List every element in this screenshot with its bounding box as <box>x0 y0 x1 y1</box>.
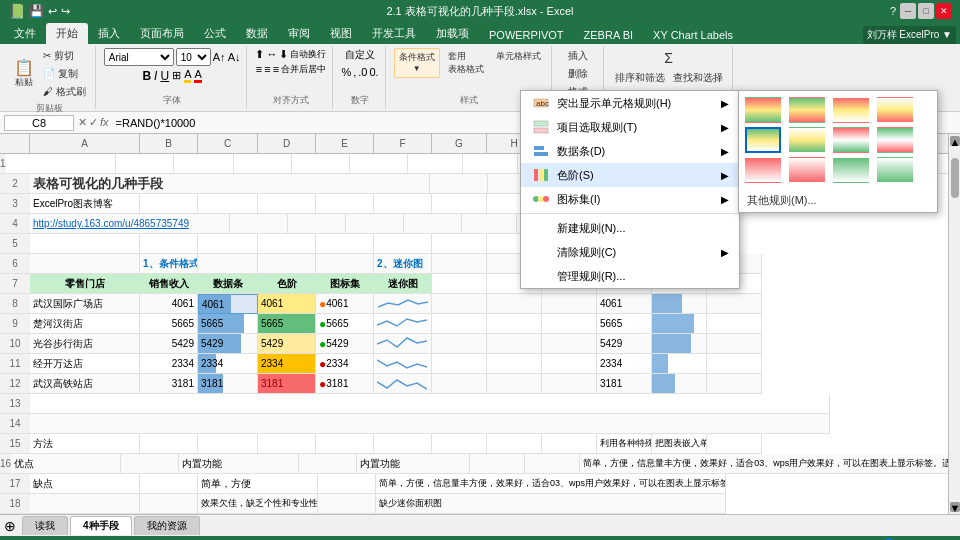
wrap-text-btn[interactable]: 自动换行 <box>290 48 326 61</box>
tab-developer[interactable]: 开发工具 <box>362 23 426 44</box>
cell-h15[interactable] <box>487 434 542 454</box>
cell-l15[interactable] <box>707 434 762 454</box>
color-scale-3[interactable] <box>833 97 869 123</box>
cell-g15[interactable] <box>432 434 487 454</box>
cell-i8[interactable] <box>542 294 597 314</box>
color-scale-6[interactable] <box>789 127 825 153</box>
cell-g1[interactable] <box>408 154 463 174</box>
cell-g11[interactable] <box>432 354 487 374</box>
cell-e1[interactable] <box>292 154 350 174</box>
cell-c16[interactable]: 内置功能 <box>179 454 299 474</box>
cell-a10[interactable]: 光谷步行街店 <box>30 334 140 354</box>
color-scale-12[interactable] <box>877 157 913 183</box>
cell-f1[interactable] <box>350 154 408 174</box>
cell-f8[interactable] <box>374 294 432 314</box>
cell-d4[interactable] <box>288 214 346 234</box>
cell-f12[interactable] <box>374 374 432 394</box>
col-B[interactable]: B <box>140 134 198 153</box>
col-F[interactable]: F <box>374 134 432 153</box>
minimize-btn[interactable]: ─ <box>900 3 916 19</box>
cell-j8[interactable]: 4061 <box>597 294 652 314</box>
cell-c7[interactable]: 数据条 <box>198 274 258 294</box>
cell-i15[interactable] <box>542 434 597 454</box>
cell-l8[interactable] <box>707 294 762 314</box>
col-E[interactable]: E <box>316 134 374 153</box>
tab-file[interactable]: 文件 <box>4 23 46 44</box>
cell-a13[interactable] <box>30 394 830 414</box>
copy-btn[interactable]: 📄 复制 <box>40 66 89 82</box>
tab-data[interactable]: 数据 <box>236 23 278 44</box>
cell-g4[interactable] <box>462 214 517 234</box>
cell-e11[interactable]: ● 2334 <box>316 354 374 374</box>
col-C[interactable]: C <box>198 134 258 153</box>
cell-a17[interactable]: 缺点 <box>30 474 140 494</box>
cell-k11[interactable] <box>652 354 707 374</box>
cell-h16[interactable] <box>470 454 525 474</box>
cell-a16[interactable]: 优点 <box>11 454 121 474</box>
cell-a1[interactable] <box>6 154 116 174</box>
cell-f7[interactable]: 迷你图 <box>374 274 432 294</box>
cell-i12[interactable] <box>542 374 597 394</box>
conditional-format-btn[interactable]: 条件格式 ▼ <box>394 48 440 78</box>
tab-formulas[interactable]: 公式 <box>194 23 236 44</box>
cell-j11[interactable]: 2334 <box>597 354 652 374</box>
col-G[interactable]: G <box>432 134 487 153</box>
cell-k12[interactable] <box>652 374 707 394</box>
cell-h11[interactable] <box>487 354 542 374</box>
menu-item-iconset[interactable]: 图标集(I) ▶ <box>521 187 739 211</box>
insert-function-btn[interactable]: fx <box>100 116 109 129</box>
cell-d12[interactable]: 3181 <box>258 374 316 394</box>
cell-a14[interactable] <box>30 414 830 434</box>
sheet-tab-methods[interactable]: 4种手段 <box>70 516 132 535</box>
font-color-btn[interactable]: A <box>194 68 201 83</box>
fill-color-btn[interactable]: A <box>184 68 191 83</box>
decrease-decimal-btn[interactable]: 0. <box>370 66 379 78</box>
cell-f3[interactable] <box>374 194 432 214</box>
table-format-btn[interactable]: 套用表格格式 <box>444 48 488 78</box>
cell-j10[interactable]: 5429 <box>597 334 652 354</box>
cell-c17[interactable]: 简单，方便 <box>198 474 318 494</box>
cell-e5[interactable] <box>316 234 374 254</box>
cell-k15[interactable]: 把图表嵌入单元格 <box>652 434 707 454</box>
color-scale-5[interactable] <box>745 127 781 153</box>
font-size-select[interactable]: 10 <box>176 48 211 66</box>
tab-zebra[interactable]: ZEBRA BI <box>574 26 644 44</box>
cell-a8[interactable]: 武汉国际广场店 <box>30 294 140 314</box>
cell-c9[interactable]: 5665 <box>198 314 258 334</box>
close-btn[interactable]: ✕ <box>936 3 952 19</box>
cell-h1[interactable] <box>463 154 518 174</box>
tab-xychart[interactable]: XY Chart Labels <box>643 26 743 44</box>
cell-e16[interactable] <box>299 454 357 474</box>
cell-e17[interactable] <box>318 474 376 494</box>
col-D[interactable]: D <box>258 134 316 153</box>
cell-a2[interactable]: 表格可视化的几种手段 <box>30 174 430 194</box>
cell-d5[interactable] <box>258 234 316 254</box>
color-scale-1[interactable] <box>745 97 781 123</box>
paste-btn[interactable]: 📋 粘贴 <box>10 58 38 91</box>
align-center-btn[interactable]: ≡ <box>264 63 270 76</box>
cell-c5[interactable] <box>198 234 258 254</box>
cell-j12[interactable]: 3181 <box>597 374 652 394</box>
comma-btn[interactable]: , <box>353 66 356 78</box>
sheet-tab-resources[interactable]: 我的资源 <box>134 516 200 535</box>
find-select-btn[interactable]: 查找和选择 <box>670 70 726 86</box>
cell-style-btn[interactable]: 单元格样式 <box>492 48 545 78</box>
cell-c6[interactable] <box>198 254 258 274</box>
sheet-add-btn[interactable]: ⊕ <box>4 518 16 534</box>
cell-e7[interactable]: 图标集 <box>316 274 374 294</box>
vertical-scrollbar[interactable]: ▲ ▼ <box>948 134 960 514</box>
cell-b10[interactable]: 5429 <box>140 334 198 354</box>
cell-c4[interactable] <box>230 214 288 234</box>
cell-l9[interactable] <box>707 314 762 334</box>
cell-c8[interactable]: 4061 <box>198 294 258 314</box>
cell-b18[interactable] <box>140 494 198 514</box>
cell-f11[interactable] <box>374 354 432 374</box>
cell-d9[interactable]: 5665 <box>258 314 316 334</box>
align-bottom-btn[interactable]: ⬇ <box>279 48 288 61</box>
cell-f18[interactable]: 缺少迷你面积图 <box>376 494 726 514</box>
cell-g6[interactable] <box>432 254 487 274</box>
cell-g7[interactable] <box>432 274 487 294</box>
cell-j16[interactable]: 简单，方便，信息量丰方便，效果好，适合03、wps用户效果好，可以在图表上显示标… <box>580 454 948 474</box>
cell-a7[interactable]: 零售门店 <box>30 274 140 294</box>
scroll-thumb[interactable] <box>951 158 959 198</box>
